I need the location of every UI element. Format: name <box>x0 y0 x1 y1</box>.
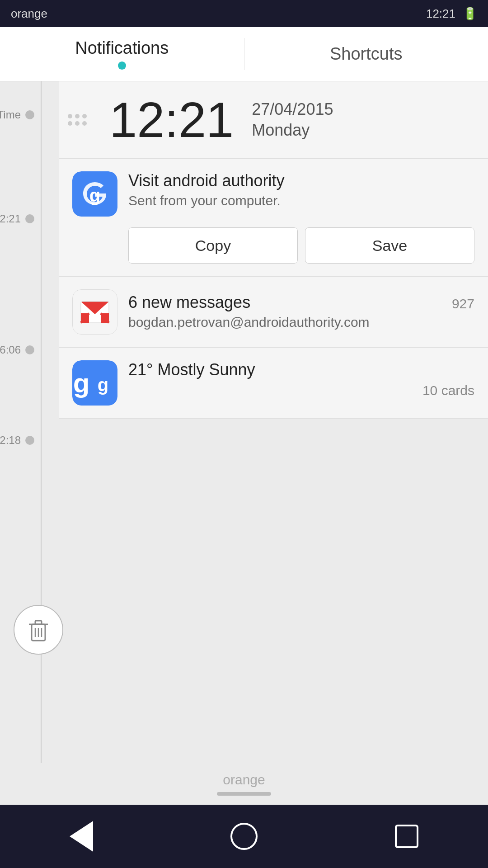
tab-notifications-label: Notifications <box>75 38 169 58</box>
notif-2-title: 6 new messages <box>128 293 250 312</box>
trash-icon <box>27 617 50 642</box>
notification-item-1: g Visit android authority Sent from your… <box>59 159 488 277</box>
battery-icon: 🔋 <box>463 7 477 21</box>
timeline-dot-0606 <box>25 345 34 354</box>
time-display: 12:21 <box>426 7 455 21</box>
notif-3-meta: 10 cards <box>422 383 474 398</box>
drag-handle[interactable] <box>68 114 87 126</box>
timeline-dot-time <box>25 110 34 119</box>
notif-3-content: 21° Mostly Sunny 10 cards <box>128 360 474 398</box>
back-icon <box>70 821 93 852</box>
timeline-column: Time 12:21 06:06 12:18 <box>0 81 54 763</box>
notif-1-actions: Copy Save <box>128 227 474 264</box>
timeline-label-time: Time <box>0 108 34 121</box>
nav-recent-button[interactable] <box>389 818 425 854</box>
time-label-0606: 06:06 <box>0 344 21 356</box>
clock-date: 27/04/2015 <box>252 100 333 119</box>
clock-date-column: 27/04/2015 Monday <box>252 100 333 140</box>
notif-2-top-row: 6 new messages 927 <box>128 293 474 315</box>
google-icon-2: g g <box>72 360 117 406</box>
tab-shortcuts-label: Shortcuts <box>330 44 403 64</box>
clock-widget: 12:21 27/04/2015 Monday <box>59 81 488 159</box>
bottom-carrier-label: orange <box>223 772 265 788</box>
time-label-1218: 12:18 <box>0 434 21 447</box>
trash-button[interactable] <box>14 605 63 655</box>
nav-back-button[interactable] <box>63 818 99 854</box>
notif-1-header: g Visit android authority Sent from your… <box>72 171 474 217</box>
nav-home-button[interactable] <box>226 818 262 854</box>
notif-2-content: 6 new messages 927 bogdan.petrovan@andro… <box>128 289 474 330</box>
notif-2-app-icon <box>72 289 117 335</box>
tab-shortcuts[interactable]: Shortcuts <box>244 27 488 81</box>
notif-3-app-icon: g g <box>72 360 117 406</box>
notif-3-bottom: 10 cards <box>128 383 474 398</box>
bottom-area: orange <box>0 763 488 805</box>
home-icon <box>230 823 258 850</box>
notif-2-meta: 927 <box>452 296 474 311</box>
notif-1-subtitle: Sent from your computer. <box>128 193 474 208</box>
timeline-dot-1221 <box>25 214 34 223</box>
notif-2-subtitle: bogdan.petrovan@androidauthority.com <box>128 315 474 330</box>
svg-rect-12 <box>35 621 42 624</box>
time-label-1221: 12:21 <box>0 212 21 225</box>
notif-1-content: Visit android authority Sent from your c… <box>128 171 474 208</box>
tab-notifications[interactable]: Notifications <box>0 27 244 81</box>
swipe-indicator <box>217 792 271 796</box>
svg-rect-8 <box>101 313 109 323</box>
status-right: 12:21 🔋 <box>426 7 477 21</box>
status-bar: orange 12:21 🔋 <box>0 0 488 27</box>
notifications-list: 12:21 27/04/2015 Monday g Visit a <box>54 81 488 763</box>
notif-2-header: 6 new messages 927 bogdan.petrovan@andro… <box>72 289 474 335</box>
timeline-label-0606: 06:06 <box>0 344 34 356</box>
save-button[interactable]: Save <box>305 227 474 264</box>
timeline-dot-1218 <box>25 436 34 445</box>
svg-text:g: g <box>89 185 100 205</box>
notif-1-app-icon: g <box>72 171 117 217</box>
trash-button-area <box>14 605 63 655</box>
svg-rect-7 <box>81 313 89 323</box>
timeline-line <box>41 81 42 763</box>
tab-bar: Notifications Shortcuts <box>0 27 488 81</box>
notification-item-3: g g 21° Mostly Sunny 10 cards <box>59 348 488 419</box>
carrier-label: orange <box>11 7 47 21</box>
svg-text:g: g <box>98 375 108 395</box>
nav-bar <box>0 805 488 868</box>
notif-3-header: g g 21° Mostly Sunny 10 cards <box>72 360 474 406</box>
notification-item-2: 6 new messages 927 bogdan.petrovan@andro… <box>59 277 488 348</box>
copy-button[interactable]: Copy <box>128 227 298 264</box>
google-icon: g <box>72 171 117 217</box>
recent-icon <box>395 825 418 848</box>
notif-1-title: Visit android authority <box>128 171 474 190</box>
tab-active-indicator <box>118 61 126 70</box>
timeline-label-1221: 12:21 <box>0 212 34 225</box>
main-content: Time 12:21 06:06 12:18 <box>0 81 488 763</box>
timeline-label-1218: 12:18 <box>0 434 34 447</box>
clock-time: 12:21 <box>109 95 234 145</box>
time-marker-time-label: Time <box>0 108 21 121</box>
gmail-icon <box>72 289 117 335</box>
clock-day: Monday <box>252 121 333 140</box>
notif-3-title: 21° Mostly Sunny <box>128 360 474 379</box>
